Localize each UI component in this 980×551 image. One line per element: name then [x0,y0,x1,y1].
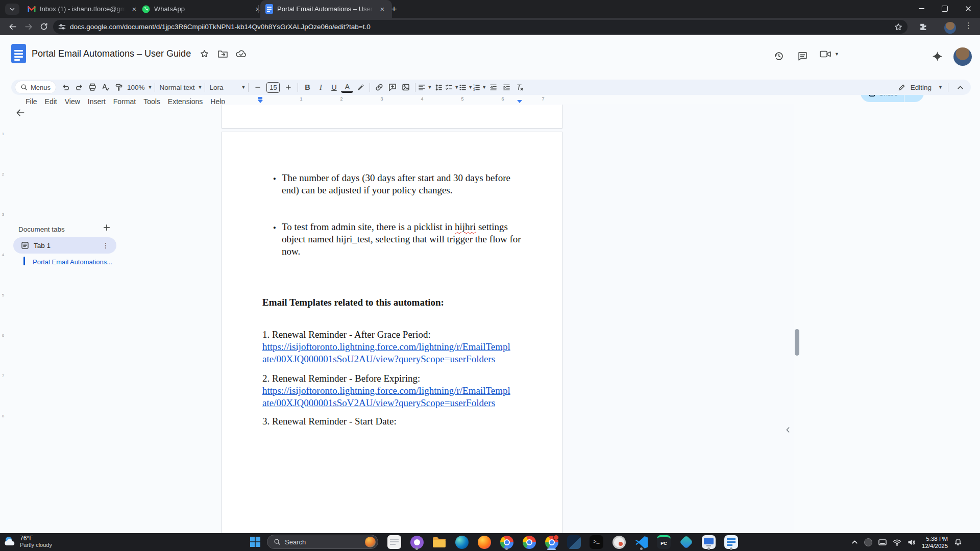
document-status-button[interactable] [235,47,247,60]
decrease-indent-button[interactable] [487,81,499,93]
comments-button[interactable] [796,50,808,62]
taskbar-app-9[interactable] [566,534,582,550]
clock-widget[interactable]: 5:38 PM 12/4/2025 [922,535,948,549]
address-bar[interactable]: docs.google.com/document/d/1jpc3R6Cmpii0… [53,20,908,34]
taskbar-app-15[interactable] [701,534,717,550]
window-maximize-button[interactable] [933,0,957,17]
doc-list-item[interactable]: 2. Renewal Reminder - Before Expiring: [262,372,420,385]
add-tab-button[interactable] [101,222,112,233]
doc-bullet-item[interactable]: The number of days (30 days after start … [273,172,613,196]
highlight-color-button[interactable] [354,81,366,93]
hidden-icons-chevron[interactable] [851,539,858,545]
doc-hyperlink[interactable]: https://isijoftoronto.lightning.force.co… [262,385,510,397]
tab-search-button[interactable] [5,4,19,15]
undo-button[interactable] [60,81,72,93]
clear-formatting-button[interactable] [513,81,526,93]
join-call-button[interactable]: ▼ [820,50,839,58]
browser-menu-button[interactable]: ⋮ [965,21,972,30]
document-page[interactable]: The number of days (30 days after start … [222,132,562,534]
chrome-profile1-button[interactable] [499,534,514,550]
doc-heading[interactable]: Email Templates related to this automati… [262,296,444,309]
doc-hyperlink[interactable]: ate/00XJQ000001sSoV2AU/view?queryScope=u… [262,397,495,409]
numbered-list-button[interactable]: 123▼ [473,84,486,91]
doc-list-item[interactable]: 1. Renewal Reminder - After Grace Period… [262,329,431,341]
underline-button[interactable]: U [328,81,340,93]
google-docs-icon[interactable] [11,44,26,63]
browser-tab-docs-active[interactable]: Portal Email Automations – User Guide × [260,0,392,18]
redo-button[interactable] [73,81,85,93]
doc-hyperlink[interactable]: ate/00XJQ000001sSoU2AU/view?queryScope=u… [262,353,495,365]
window-minimize-button[interactable] [910,0,933,17]
wifi-icon[interactable] [893,539,901,546]
menus-search-button[interactable]: Menus [15,81,56,93]
insert-image-button[interactable] [400,81,412,93]
vertical-scrollbar[interactable] [795,329,799,356]
account-avatar[interactable] [953,47,972,66]
edge-button[interactable] [454,534,470,550]
doc-hyperlink[interactable]: https://isijoftoronto.lightning.force.co… [262,341,510,353]
reload-button[interactable] [37,19,51,34]
back-button[interactable] [5,19,19,34]
bulleted-list-button[interactable]: ▼ [459,84,473,91]
collapse-tabs-panel-button[interactable] [15,108,28,120]
bold-button[interactable]: B [301,81,313,93]
firefox-button[interactable] [476,534,492,550]
forward-button[interactable] [21,19,36,34]
tab-close-icon[interactable]: × [378,5,387,14]
vscode-button[interactable] [633,534,649,550]
taskbar-search-box[interactable]: Search [267,535,378,549]
font-size-input[interactable]: 15 [266,82,280,93]
doc-bullet-item[interactable]: To test from admin site, there is a pick… [273,221,613,258]
start-button[interactable] [250,536,261,547]
checklist-button[interactable]: ▼ [445,84,459,91]
extensions-button[interactable] [916,19,930,34]
spelling-check-button[interactable] [100,81,112,93]
outline-heading-item[interactable]: Portal Email Automations... [33,258,112,266]
chrome-profile2-button[interactable] [521,534,537,550]
horizontal-ruler[interactable]: 1 2 3 4 5 6 7 [220,96,794,104]
pycharm-button[interactable]: PC [656,534,672,550]
increase-indent-button[interactable] [500,81,512,93]
browser-tab-whatsapp[interactable]: WhatsApp × [137,0,267,18]
document-tab-item[interactable]: Tab 1 ⋮ [13,237,116,254]
text-color-button[interactable]: A [341,82,353,93]
taskbar-app-16[interactable] [723,534,739,550]
first-line-indent-marker[interactable] [258,97,262,99]
left-indent-marker[interactable] [258,100,263,103]
right-indent-marker[interactable] [517,100,522,103]
zoom-select[interactable]: 100%▼ [126,84,152,91]
terminal-button[interactable]: >_ [589,534,604,550]
insert-link-button[interactable] [373,81,385,93]
align-button[interactable]: ▼ [418,84,432,91]
browser-tab-gmail[interactable]: Inbox (1) - ishann.tforce@gmail × [22,0,144,18]
chrome-active-button[interactable] [544,534,559,550]
bookmark-star-icon[interactable] [894,23,902,31]
increase-font-size-button[interactable] [282,81,295,93]
tab-options-icon[interactable]: ⋮ [102,241,109,249]
tray-app-icon[interactable] [864,538,872,546]
doc-list-item[interactable]: 3. Renewal Reminder - Start Date: [262,415,397,428]
paint-format-button[interactable] [113,81,125,93]
font-select[interactable]: Lora▼ [208,84,246,91]
keyboard-tray-icon[interactable] [878,539,887,546]
volume-icon[interactable] [908,539,916,546]
browser-profile-avatar[interactable] [944,22,956,34]
taskbar-app-11[interactable] [611,534,627,550]
hide-menus-button[interactable] [954,81,966,93]
new-tab-button[interactable]: + [388,3,400,15]
paragraph-style-select[interactable]: Normal text▼ [158,84,202,91]
weather-widget[interactable]: 76°F Partly cloudy [3,535,52,548]
star-document-button[interactable] [198,47,210,60]
print-button[interactable] [86,81,99,93]
taskbar-app-14[interactable] [678,534,694,550]
mode-select[interactable]: Editing ▼ [898,84,943,91]
gemini-button[interactable] [931,50,943,62]
taskbar-app-2[interactable] [409,534,425,550]
italic-button[interactable]: I [314,81,327,93]
line-spacing-button[interactable] [432,81,445,93]
add-comment-button[interactable] [386,81,399,93]
notifications-bell-icon[interactable] [954,538,962,546]
document-title[interactable]: Portal Email Automations – User Guide [32,48,191,59]
page-nav-chevron[interactable] [785,426,791,435]
file-explorer-button[interactable] [431,534,447,550]
